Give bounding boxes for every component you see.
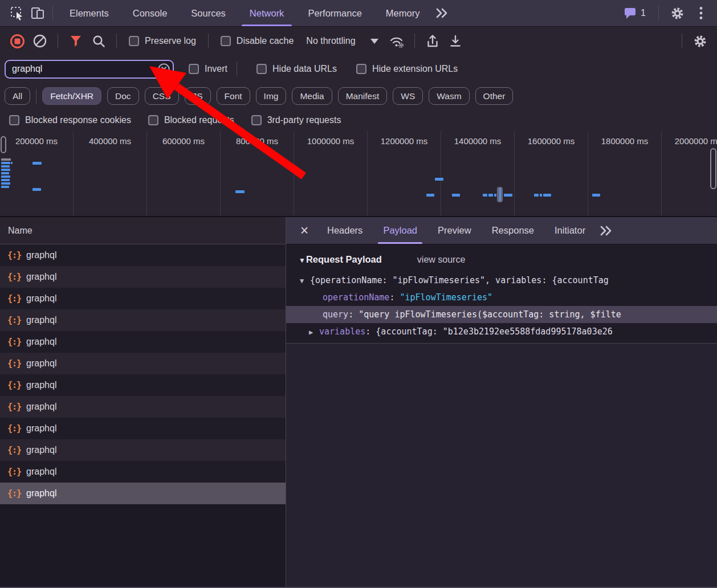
payload-query-row[interactable]: query: "query ipFlowTimeseries($accountT…	[286, 306, 717, 323]
hide-extension-urls-checkbox[interactable]	[356, 64, 366, 74]
blocked-cookies-checkbox[interactable]	[9, 115, 19, 125]
request-row[interactable]: {:}graphql	[0, 439, 286, 461]
detail-tab-response[interactable]: Response	[482, 217, 544, 244]
clear-filter-icon[interactable]	[157, 63, 170, 76]
tab-sources[interactable]: Sources	[179, 0, 238, 26]
timeline-tick: 1200000 ms	[368, 131, 441, 216]
timeline-tick: 1800000 ms	[588, 131, 662, 216]
tab-performance[interactable]: Performance	[296, 0, 373, 26]
more-tabs-icon[interactable]	[431, 0, 452, 26]
chip-css[interactable]: CSS	[145, 87, 179, 105]
payload-section-title[interactable]: Request Payload	[306, 254, 382, 265]
timeline-left-handle[interactable]	[1, 136, 6, 153]
clear-network-log-icon[interactable]	[30, 31, 50, 51]
json-icon: {:}	[7, 445, 21, 455]
invert-toggle[interactable]: Invert	[184, 64, 232, 74]
more-detail-tabs-icon[interactable]	[596, 217, 616, 244]
tab-memory[interactable]: Memory	[374, 0, 432, 26]
blocked-cookies-toggle[interactable]: Blocked response cookies	[5, 115, 136, 125]
request-row[interactable]: {:}graphql	[0, 288, 286, 309]
chip-manifest[interactable]: Manifest	[338, 87, 388, 105]
payload-tree: ▼{operationName: "ipFlowTimeseries", var…	[286, 272, 717, 340]
request-row[interactable]: {:}graphql	[0, 461, 286, 483]
filter-input[interactable]	[5, 60, 174, 79]
close-details-icon[interactable]: ×	[292, 223, 317, 238]
detail-tab-preview[interactable]: Preview	[427, 217, 482, 244]
request-row[interactable]: {:}graphql	[0, 244, 286, 266]
detail-tab-payload[interactable]: Payload	[373, 217, 427, 244]
export-har-icon[interactable]	[445, 31, 466, 51]
settings-icon[interactable]	[667, 7, 687, 20]
request-row[interactable]: {:}graphql	[0, 396, 286, 418]
request-row-selected[interactable]: {:}graphql	[0, 483, 286, 504]
chip-wasm[interactable]: Wasm	[429, 87, 469, 105]
throttling-select[interactable]: No throttling	[300, 36, 384, 46]
tab-console[interactable]: Console	[121, 0, 180, 26]
issues-count: 1	[641, 8, 646, 18]
request-row[interactable]: {:}graphql	[0, 309, 286, 331]
blocked-requests-checkbox[interactable]	[148, 115, 158, 125]
filter-icon[interactable]	[66, 31, 86, 51]
chip-all[interactable]: All	[5, 87, 30, 105]
third-party-checkbox[interactable]	[251, 115, 262, 125]
chip-js[interactable]: JS	[185, 87, 211, 105]
request-row[interactable]: {:}graphql	[0, 353, 286, 374]
detail-tabs-bar: × Headers Payload Preview Response Initi…	[286, 217, 717, 244]
request-row[interactable]: {:}graphql	[0, 374, 286, 396]
device-toolbar-icon[interactable]	[27, 0, 48, 26]
name-column-header[interactable]: Name	[0, 217, 286, 244]
request-bar	[494, 194, 496, 197]
chip-ws[interactable]: WS	[393, 87, 423, 105]
third-party-toggle[interactable]: 3rd-party requests	[247, 115, 346, 125]
request-bar	[504, 194, 512, 197]
payload-variables-row[interactable]: ▶variables: {accountTag: "b12e3b2192ee55…	[286, 323, 717, 340]
chip-font[interactable]: Font	[217, 87, 250, 105]
blocked-requests-toggle[interactable]: Blocked requests	[144, 115, 239, 125]
disable-cache-toggle[interactable]: Disable cache	[216, 36, 299, 46]
detail-tab-headers[interactable]: Headers	[317, 217, 373, 244]
more-options-icon[interactable]	[691, 6, 711, 20]
preserve-log-checkbox[interactable]	[129, 36, 139, 46]
request-row[interactable]: {:}graphql	[0, 418, 286, 439]
hide-data-urls-checkbox[interactable]	[256, 64, 267, 74]
message-bubble-icon	[624, 7, 637, 19]
view-source-link[interactable]: view source	[417, 255, 465, 265]
import-har-icon[interactable]	[422, 31, 443, 51]
search-icon[interactable]	[88, 31, 109, 51]
json-icon: {:}	[7, 380, 21, 390]
request-bar	[1, 165, 10, 168]
payload-root-row[interactable]: ▼{operationName: "ipFlowTimeseries", var…	[286, 272, 717, 289]
detail-tab-initiator[interactable]: Initiator	[544, 217, 596, 244]
hide-extension-urls-toggle[interactable]: Hide extension URLs	[352, 64, 462, 74]
network-toolbar: Preserve log Disable cache No throttling	[0, 27, 717, 55]
network-overview-timeline[interactable]: 200000 ms 400000 ms 600000 ms 800000 ms …	[0, 131, 717, 217]
tab-elements[interactable]: Elements	[58, 0, 121, 26]
issues-button[interactable]: 1	[619, 7, 650, 19]
chip-img[interactable]: Img	[256, 87, 287, 105]
network-conditions-icon[interactable]	[386, 31, 407, 51]
triangle-right-icon: ▶	[309, 324, 319, 340]
devtools-tabbar: Elements Console Sources Network Perform…	[0, 0, 717, 27]
json-icon: {:}	[7, 315, 21, 325]
timeline-right-handle[interactable]	[710, 148, 716, 189]
request-bar	[1, 158, 11, 161]
hide-data-urls-toggle[interactable]: Hide data URLs	[252, 64, 341, 74]
chip-doc[interactable]: Doc	[107, 87, 139, 105]
payload-operation-name-row[interactable]: operationName: "ipFlowTimeseries"	[286, 289, 717, 306]
inspect-element-icon[interactable]	[7, 0, 27, 26]
request-row[interactable]: {:}graphql	[0, 331, 286, 353]
network-settings-icon[interactable]	[690, 31, 710, 51]
record-network-log-icon[interactable]	[7, 31, 27, 51]
preserve-log-toggle[interactable]: Preserve log	[124, 36, 201, 46]
tab-network[interactable]: Network	[238, 0, 296, 26]
json-icon: {:}	[7, 250, 21, 260]
chip-other[interactable]: Other	[475, 87, 514, 105]
request-bar	[11, 162, 13, 164]
payload-section-header: ▼ Request Payload view source	[286, 254, 717, 265]
request-row[interactable]: {:}graphql	[0, 266, 286, 288]
timeline-tick: 1600000 ms	[515, 131, 588, 216]
chip-fetch-xhr[interactable]: Fetch/XHR	[42, 87, 101, 105]
chip-media[interactable]: Media	[292, 87, 332, 105]
invert-checkbox[interactable]	[189, 64, 199, 74]
disable-cache-checkbox[interactable]	[221, 36, 231, 46]
